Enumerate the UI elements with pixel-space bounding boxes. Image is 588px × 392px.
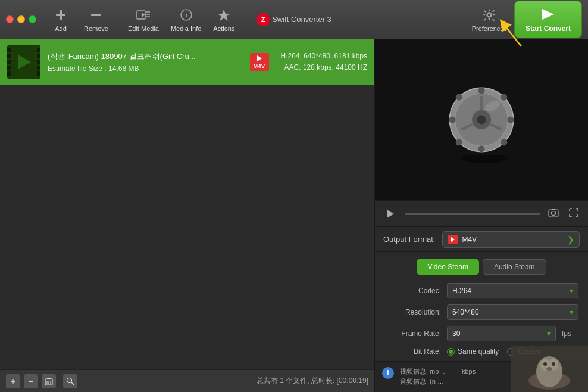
- tab-audio[interactable]: Audio Steam: [483, 259, 546, 275]
- fullscreen-button[interactable]: [567, 207, 581, 221]
- svg-rect-1: [56, 14, 65, 16]
- svg-rect-20: [37, 48, 40, 52]
- fullscreen-icon: [569, 208, 578, 217]
- codec-row: Codec: H.264 ▾: [384, 283, 578, 298]
- maximize-button[interactable]: [29, 15, 36, 23]
- preferences-button[interactable]: Preferences: [466, 3, 513, 36]
- svg-point-36: [478, 145, 484, 152]
- left-panel: (직캠-Fancam) 180907 걸크러쉬(Girl Cru... Esti…: [0, 39, 375, 392]
- svg-point-49: [461, 155, 508, 163]
- actions-button[interactable]: Actions: [207, 3, 240, 36]
- svg-rect-22: [37, 60, 40, 64]
- app-title-text: Swift Converter 3: [272, 15, 331, 24]
- resolution-row: Resolution: 640*480 ▾: [384, 304, 578, 320]
- screenshot-button[interactable]: [546, 207, 561, 221]
- overlay-image: [523, 348, 576, 390]
- output-format-bar: Output Format: M4V ❯: [375, 226, 588, 251]
- remove-file-button[interactable]: −: [24, 374, 38, 388]
- play-button[interactable]: [382, 206, 399, 222]
- info-i: i: [387, 369, 389, 377]
- progress-bar[interactable]: [405, 213, 540, 215]
- file-thumbnail: [7, 45, 40, 79]
- toolbar-divider-1: [118, 8, 118, 32]
- svg-rect-23: [37, 66, 40, 70]
- framerate-arrow: ▾: [547, 329, 551, 338]
- format-badge-play: [257, 55, 262, 61]
- search-button[interactable]: [63, 374, 77, 388]
- svg-point-37: [449, 116, 456, 123]
- playback-controls: [375, 200, 588, 226]
- add-button[interactable]: Add: [45, 3, 77, 36]
- framerate-value: 30: [452, 329, 460, 338]
- delete-file-button[interactable]: [42, 374, 56, 388]
- tab-video[interactable]: Video Steam: [417, 259, 479, 275]
- remove-file-icon: −: [29, 377, 33, 386]
- reel-shadow: [458, 155, 511, 167]
- svg-marker-4: [142, 13, 145, 17]
- remove-button[interactable]: Remove: [78, 3, 114, 36]
- bitrate-label: Bit Rate:: [384, 347, 441, 356]
- file-item[interactable]: (직캠-Fancam) 180907 걸크러쉬(Girl Cru... Esti…: [0, 39, 374, 85]
- actions-label: Actions: [213, 25, 234, 32]
- svg-rect-18: [7, 66, 11, 70]
- settings-panel: Video Steam Audio Steam Codec: H.264 ▾ R…: [375, 251, 588, 361]
- svg-point-39: [456, 94, 462, 101]
- svg-point-41: [501, 94, 507, 101]
- remove-icon: [87, 7, 104, 23]
- add-file-button[interactable]: +: [6, 374, 20, 388]
- toolbar-right: Preferences Start Convert: [466, 1, 582, 38]
- tabs-row: Video Steam Audio Steam: [384, 259, 578, 275]
- format-badge: M4V: [245, 45, 274, 79]
- media-info-button[interactable]: i Media Info: [165, 3, 207, 36]
- main-content: (직캠-Fancam) 180907 걸크러쉬(Girl Cru... Esti…: [0, 39, 588, 392]
- start-convert-label: Start Convert: [526, 24, 571, 33]
- bitrate-same-option[interactable]: Same quality: [447, 347, 499, 356]
- svg-point-38: [507, 116, 514, 123]
- edit-media-button[interactable]: Edit Media: [122, 3, 165, 36]
- status-text: 总共有 1 个文件, 总时长: [00:00:19]: [257, 376, 368, 386]
- toolbar-left: Add Remove: [45, 3, 114, 36]
- video-kbps: kbps: [462, 368, 476, 375]
- svg-rect-21: [37, 54, 40, 58]
- info-bar: i 视频信息: mp … kbps 音频信息: (n …: [375, 361, 588, 392]
- format-badge-text: M4V: [254, 63, 265, 69]
- radio-dot: [449, 350, 453, 354]
- bottom-toolbar: + − 总共有 1 个文件, 总时长: [00:: [0, 369, 374, 392]
- svg-text:i: i: [185, 11, 187, 18]
- film-reel-svg: [446, 81, 517, 158]
- format-select-left: M4V: [448, 235, 477, 244]
- video-info-text: 视频信息: mp … kbps: [400, 368, 476, 375]
- preferences-icon: [481, 7, 498, 23]
- svg-marker-50: [387, 210, 394, 218]
- svg-point-35: [478, 88, 484, 94]
- start-convert-button[interactable]: Start Convert: [514, 1, 582, 38]
- svg-point-40: [501, 139, 507, 145]
- svg-point-12: [487, 13, 491, 17]
- format-select[interactable]: M4V ❯: [442, 231, 580, 248]
- remove-label: Remove: [84, 25, 108, 32]
- close-button[interactable]: [6, 15, 14, 23]
- video-info: 视频信息: mp: [400, 368, 439, 375]
- svg-rect-16: [7, 54, 11, 58]
- edit-media-icon: [135, 7, 152, 23]
- output-format-label: Output Format:: [383, 235, 435, 244]
- thumbnail-icon: [7, 45, 40, 79]
- file-specs: H.264, 640*480, 6181 kbps AAC, 128 kbps,…: [281, 51, 367, 73]
- media-info-label: Media Info: [171, 25, 201, 32]
- bitrate-same-radio[interactable]: [447, 348, 455, 356]
- trash-icon: [45, 377, 53, 385]
- framerate-select[interactable]: 30 ▾: [447, 326, 556, 341]
- svg-point-59: [546, 367, 552, 371]
- svg-point-54: [536, 356, 562, 387]
- file-info: (직캠-Fancam) 180907 걸크러쉬(Girl Cru... Esti…: [48, 51, 238, 73]
- svg-rect-15: [7, 48, 11, 52]
- svg-rect-19: [7, 71, 11, 76]
- resolution-select[interactable]: 640*480 ▾: [447, 304, 578, 320]
- svg-point-57: [543, 362, 547, 366]
- minimize-button[interactable]: [17, 15, 25, 23]
- app-logo: Z: [257, 13, 270, 26]
- start-convert-icon: [540, 6, 556, 23]
- film-reel: [446, 84, 517, 155]
- codec-select[interactable]: H.264 ▾: [447, 283, 578, 298]
- file-spec2: AAC, 128 kbps, 44100 HZ: [281, 62, 367, 73]
